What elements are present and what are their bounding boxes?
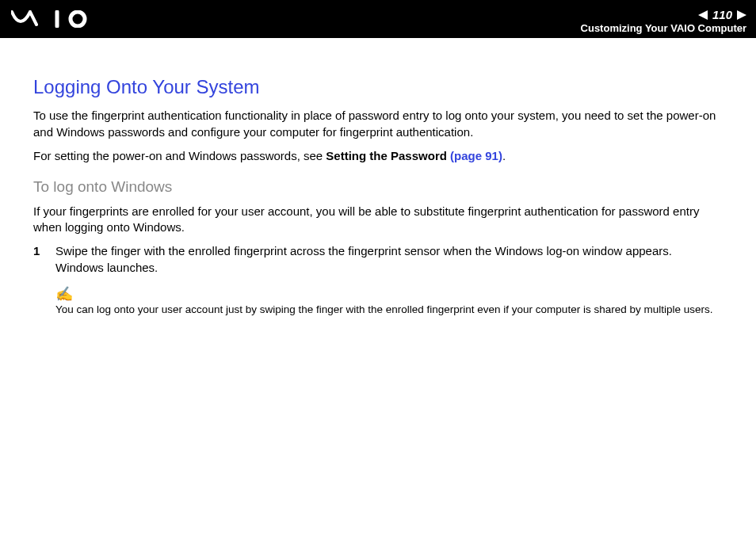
svg-point-1 bbox=[71, 12, 85, 26]
svg-marker-3 bbox=[737, 10, 746, 20]
page-title: Logging Onto Your System bbox=[33, 74, 723, 100]
subheading: To log onto Windows bbox=[33, 177, 723, 197]
note-text: You can log onto your user account just … bbox=[55, 303, 723, 317]
page-nav: 110 bbox=[581, 9, 746, 21]
intro-paragraph-2: For setting the power-on and Windows pas… bbox=[33, 148, 723, 164]
prev-page-arrow-icon[interactable] bbox=[698, 10, 708, 20]
intro-paragraph-1: To use the fingerprint authentication fu… bbox=[33, 108, 723, 140]
svg-marker-2 bbox=[698, 10, 708, 20]
step-text: Swipe the finger with the enrolled finge… bbox=[55, 243, 723, 276]
section-title: Customizing Your VAIO Computer bbox=[581, 22, 746, 34]
intro-2-bold: Setting the Password bbox=[326, 149, 450, 162]
sub-intro-paragraph: If your fingerprints are enrolled for yo… bbox=[33, 204, 723, 236]
intro-2-period: . bbox=[502, 149, 506, 162]
step-number: 1 bbox=[33, 243, 44, 276]
note-block: ✍ You can log onto your user account jus… bbox=[55, 287, 723, 317]
page-number: 110 bbox=[711, 9, 734, 21]
note-icon: ✍ bbox=[55, 287, 723, 301]
step-item: 1 Swipe the finger with the enrolled fin… bbox=[33, 243, 723, 276]
header-bar: 110 Customizing Your VAIO Computer bbox=[0, 0, 756, 38]
next-page-arrow-icon[interactable] bbox=[737, 10, 746, 20]
intro-2-text: For setting the power-on and Windows pas… bbox=[33, 149, 326, 162]
page-content: Logging Onto Your System To use the fing… bbox=[0, 38, 756, 317]
header-right: 110 Customizing Your VAIO Computer bbox=[581, 4, 746, 34]
vaio-logo bbox=[11, 10, 95, 28]
password-page-link[interactable]: (page 91) bbox=[450, 149, 502, 162]
